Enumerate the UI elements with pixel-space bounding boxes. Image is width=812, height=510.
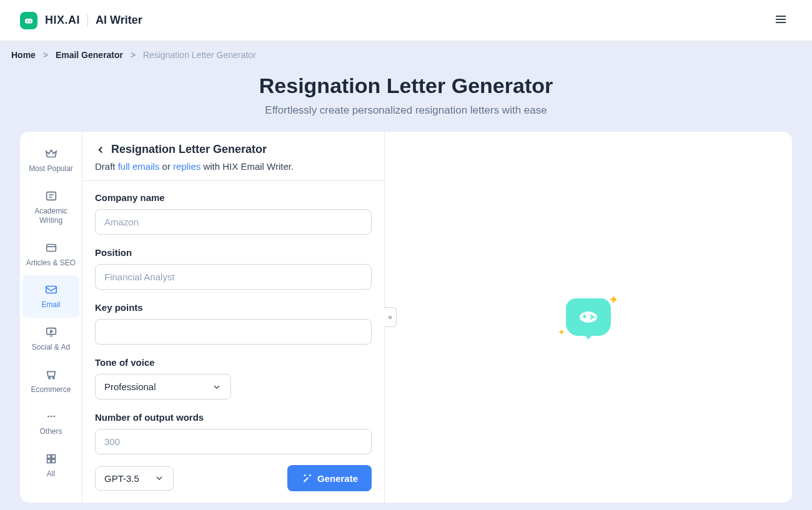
svg-rect-6 — [46, 192, 56, 200]
sidebar-label: Ecommerce — [31, 385, 71, 395]
form-footer: GPT-3.5 Generate — [82, 458, 384, 503]
generate-label: Generate — [317, 473, 358, 484]
dots-icon — [44, 409, 58, 423]
sidebar-item-all[interactable]: All — [20, 444, 82, 487]
svg-point-16 — [52, 377, 54, 379]
breadcrumb-sep: > — [43, 50, 48, 60]
breadcrumb-home[interactable]: Home — [11, 50, 36, 60]
monitor-icon — [44, 325, 58, 339]
generate-button[interactable]: Generate — [287, 465, 372, 491]
svg-point-25 — [583, 315, 587, 318]
hero: Resignation Letter Generator Effortlessl… — [0, 69, 812, 132]
position-input[interactable] — [95, 264, 372, 290]
tone-select[interactable]: Professional — [95, 374, 231, 400]
svg-point-19 — [53, 416, 55, 418]
svg-point-17 — [47, 416, 49, 418]
keypoints-input[interactable] — [95, 319, 372, 345]
email-icon — [44, 283, 58, 297]
words-label: Number of output words — [95, 412, 372, 423]
svg-rect-22 — [47, 459, 51, 463]
sidebar-item-popular[interactable]: Most Popular — [20, 139, 82, 182]
sidebar-label: Others — [39, 427, 62, 437]
replies-link[interactable]: replies — [173, 161, 201, 172]
page-subtitle: Effortlessly create personalized resigna… — [0, 104, 812, 117]
sidebar-item-social[interactable]: Social & Ad — [20, 318, 82, 360]
breadcrumb: Home > Email Generator > Resignation Let… — [0, 41, 812, 69]
full-emails-link[interactable]: full emails — [118, 161, 160, 172]
sidebar-label: Email — [41, 300, 60, 310]
page-title: Resignation Letter Generator — [0, 74, 812, 98]
sidebar-item-email[interactable]: Email — [22, 275, 79, 318]
chevron-down-icon — [154, 473, 164, 483]
document-icon — [44, 189, 58, 203]
hamburger-menu[interactable] — [770, 8, 792, 33]
form-subtitle: Draft full emails or replies with HIX Em… — [95, 161, 372, 172]
form-head: Resignation Letter Generator Draft full … — [82, 132, 384, 181]
position-label: Position — [95, 247, 372, 258]
sidebar-item-others[interactable]: Others — [20, 402, 82, 444]
svg-point-1 — [27, 20, 28, 21]
divider — [87, 14, 88, 27]
keypoints-label: Key points — [95, 302, 372, 313]
sidebar-label: Most Popular — [29, 164, 73, 174]
svg-marker-14 — [51, 330, 52, 333]
chevron-left-icon[interactable] — [95, 144, 106, 155]
model-select[interactable]: GPT-3.5 — [95, 466, 174, 491]
svg-rect-0 — [25, 19, 32, 24]
output-area: « ✦ ✦ — [385, 132, 792, 503]
browser-icon — [44, 241, 58, 255]
svg-rect-9 — [46, 244, 56, 251]
form-area: Resignation Letter Generator Draft full … — [82, 132, 385, 503]
mascot-icon: ✦ ✦ — [560, 295, 616, 340]
sidebar-item-articles[interactable]: Articles & SEO — [20, 233, 82, 276]
form-body: Company name Position Key points Tone of… — [82, 181, 384, 458]
crown-icon — [44, 147, 58, 160]
sidebar-label: Academic Writing — [24, 207, 78, 226]
main-panel: Most Popular Academic Writing Articles &… — [20, 132, 792, 503]
chevron-down-icon — [212, 382, 222, 392]
svg-rect-21 — [51, 454, 55, 458]
tone-value: Professional — [104, 381, 156, 392]
tone-label: Tone of voice — [95, 357, 372, 368]
sidebar-item-ecommerce[interactable]: Ecommerce — [20, 360, 82, 403]
svg-point-18 — [50, 416, 52, 418]
brand-name: HIX.AI — [45, 14, 80, 27]
sidebar-label: Social & Ad — [32, 343, 70, 353]
logo-icon — [20, 12, 37, 29]
logo-area: HIX.AI AI Writer — [20, 12, 142, 29]
collapse-button[interactable]: « — [384, 307, 397, 327]
svg-rect-11 — [46, 287, 56, 293]
words-input[interactable] — [95, 429, 372, 454]
grid-icon — [44, 452, 58, 466]
sidebar-label: All — [47, 469, 55, 479]
svg-point-2 — [29, 20, 31, 21]
sidebar: Most Popular Academic Writing Articles &… — [20, 132, 82, 503]
cart-icon — [44, 368, 58, 381]
sidebar-label: Articles & SEO — [26, 258, 76, 268]
form-title: Resignation Letter Generator — [111, 143, 267, 156]
svg-point-15 — [48, 377, 50, 379]
breadcrumb-sep: > — [131, 50, 136, 60]
product-name: AI Writer — [96, 14, 142, 27]
header: HIX.AI AI Writer — [0, 0, 812, 41]
model-value: GPT-3.5 — [104, 473, 139, 484]
svg-rect-20 — [47, 454, 51, 458]
breadcrumb-current: Resignation Letter Generator — [143, 50, 256, 60]
company-label: Company name — [95, 192, 372, 203]
sidebar-item-academic[interactable]: Academic Writing — [20, 182, 82, 233]
breadcrumb-email[interactable]: Email Generator — [56, 50, 123, 60]
company-input[interactable] — [95, 209, 372, 235]
wand-icon — [301, 473, 312, 484]
svg-rect-23 — [51, 459, 55, 463]
